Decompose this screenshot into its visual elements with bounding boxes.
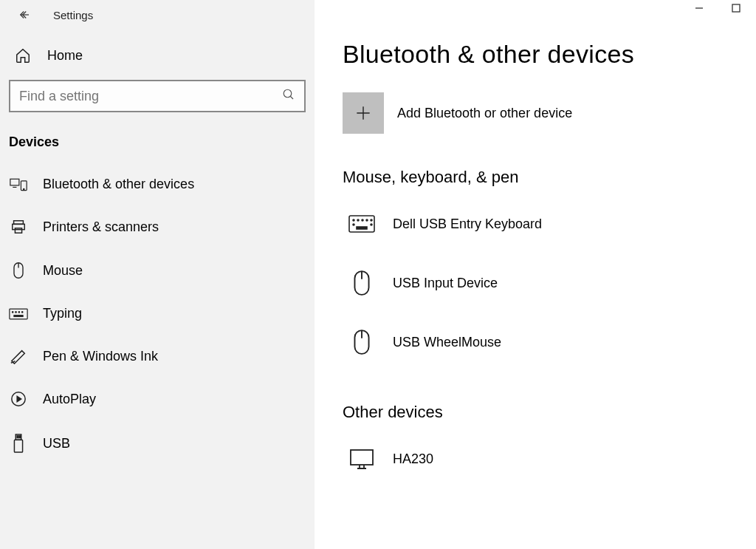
- svg-rect-17: [17, 436, 18, 438]
- category-header: Devices: [0, 134, 315, 163]
- sidebar-item-label: Pen & Windows Ink: [43, 349, 158, 364]
- main-panel: Bluetooth & other devices Add Bluetooth …: [315, 0, 756, 549]
- window-title: Settings: [53, 9, 93, 21]
- svg-point-26: [353, 224, 354, 225]
- devices-icon: [9, 177, 28, 192]
- svg-rect-31: [351, 450, 373, 465]
- sidebar-item-usb[interactable]: USB: [0, 420, 315, 466]
- svg-point-21: [353, 219, 354, 221]
- keyboard-icon: [9, 307, 28, 321]
- maximize-button[interactable]: [731, 3, 741, 13]
- svg-rect-16: [14, 440, 22, 452]
- window-controls: [694, 3, 741, 13]
- sidebar-item-pen[interactable]: Pen & Windows Ink: [0, 335, 315, 378]
- usb-icon: [9, 434, 28, 453]
- home-icon: [13, 47, 32, 64]
- svg-rect-1: [10, 179, 19, 185]
- minimize-button[interactable]: [694, 3, 704, 13]
- sidebar: Settings Home Devices Bluetooth & other …: [0, 0, 315, 549]
- device-label: USB Input Device: [393, 276, 498, 291]
- sidebar-item-label: Bluetooth & other devices: [43, 177, 194, 192]
- svg-rect-13: [14, 315, 23, 316]
- device-row[interactable]: USB Input Device: [315, 259, 756, 307]
- device-label: USB WheelMouse: [393, 335, 501, 350]
- mouse-icon: [348, 329, 375, 355]
- pen-icon: [9, 348, 28, 364]
- svg-point-24: [366, 219, 368, 221]
- svg-point-12: [22, 311, 23, 312]
- autoplay-icon: [9, 391, 28, 407]
- svg-rect-18: [19, 436, 20, 438]
- svg-point-25: [371, 219, 372, 221]
- sidebar-item-printers[interactable]: Printers & scanners: [0, 205, 315, 248]
- sidebar-item-mouse[interactable]: Mouse: [0, 248, 315, 293]
- search-box[interactable]: [9, 80, 306, 112]
- sidebar-item-label: USB: [43, 436, 70, 451]
- section-header-other-devices: Other devices: [315, 403, 756, 422]
- sidebar-item-label: Mouse: [43, 263, 83, 279]
- svg-point-9: [13, 311, 13, 312]
- svg-rect-19: [732, 4, 740, 12]
- sidebar-item-label: AutoPlay: [43, 392, 96, 407]
- add-device-label: Add Bluetooth or other device: [397, 106, 572, 121]
- page-title: Bluetooth & other devices: [315, 0, 756, 92]
- device-label: HA230: [393, 451, 433, 467]
- section-header-mouse-keyboard: Mouse, keyboard, & pen: [315, 168, 756, 187]
- add-button[interactable]: [343, 92, 384, 134]
- svg-point-27: [371, 224, 372, 225]
- search-row: [0, 80, 315, 112]
- device-row[interactable]: HA230: [315, 435, 756, 482]
- svg-point-22: [357, 219, 359, 221]
- printer-icon: [9, 219, 28, 235]
- sidebar-item-autoplay[interactable]: AutoPlay: [0, 378, 315, 420]
- svg-point-23: [362, 219, 363, 221]
- svg-point-10: [16, 311, 16, 312]
- sidebar-item-typing[interactable]: Typing: [0, 293, 315, 335]
- titlebar: Settings: [0, 0, 315, 30]
- monitor-icon: [348, 449, 375, 469]
- mouse-icon: [9, 262, 28, 279]
- svg-rect-6: [15, 228, 21, 233]
- svg-point-3: [24, 188, 24, 189]
- search-input[interactable]: [19, 89, 282, 104]
- arrow-left-icon: [18, 8, 31, 21]
- home-label: Home: [47, 48, 83, 64]
- add-device-row[interactable]: Add Bluetooth or other device: [315, 92, 756, 134]
- device-label: Dell USB Entry Keyboard: [393, 216, 542, 232]
- mouse-icon: [348, 270, 375, 296]
- svg-point-0: [284, 89, 292, 98]
- keyboard-icon: [348, 215, 375, 233]
- svg-point-11: [18, 311, 19, 312]
- device-row[interactable]: USB WheelMouse: [315, 318, 756, 366]
- sidebar-item-label: Printers & scanners: [43, 219, 159, 235]
- sidebar-item-bluetooth[interactable]: Bluetooth & other devices: [0, 163, 315, 205]
- device-row[interactable]: Dell USB Entry Keyboard: [315, 200, 756, 248]
- plus-icon: [354, 103, 373, 123]
- svg-rect-28: [357, 227, 367, 229]
- sidebar-item-label: Typing: [43, 306, 82, 321]
- search-icon: [282, 88, 295, 104]
- svg-rect-8: [10, 309, 27, 319]
- back-button[interactable]: [16, 7, 32, 23]
- home-button[interactable]: Home: [0, 30, 315, 80]
